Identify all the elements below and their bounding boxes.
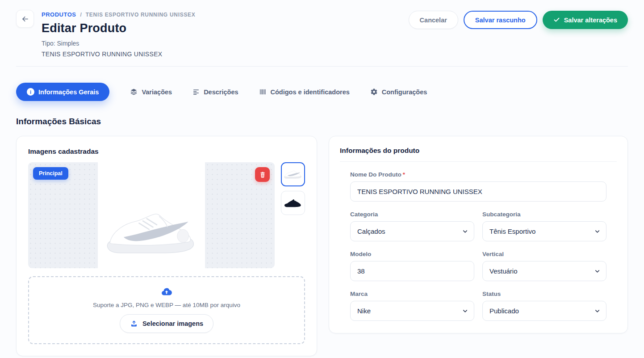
tab-label: Informações Gerais: [38, 88, 99, 96]
header-divider: [16, 66, 628, 67]
list-lines-icon: [192, 88, 200, 96]
cloud-upload-icon: [160, 286, 173, 298]
product-type-label: Tipo: Simples: [42, 40, 196, 47]
status-value: Publicado: [489, 307, 519, 315]
page-header: PRODUTOS / TENIS ESPORTIVO RUNNING UNISS…: [0, 0, 644, 58]
header-actions: Cancelar Salvar rascunho Salvar alteraçõ…: [409, 11, 628, 29]
breadcrumb-separator: /: [80, 12, 81, 18]
principal-badge: Principal: [33, 167, 68, 180]
vertical-select[interactable]: Vestuário: [482, 261, 606, 281]
main-image-preview: Principal: [28, 162, 275, 268]
upload-dropzone[interactable]: Suporte a JPG, PNG e WEBP — até 10MB por…: [28, 276, 305, 344]
subcategory-value: Tênis Esportivo: [489, 227, 535, 235]
status-label: Status: [482, 291, 606, 297]
vertical-label: Vertical: [482, 251, 606, 257]
tab-label: Configurações: [382, 88, 427, 96]
required-asterisk: *: [403, 171, 405, 178]
info-icon: i: [27, 88, 34, 96]
thumbnail-black-sneaker[interactable]: [281, 191, 305, 215]
product-name-subtitle: TENIS ESPORTIVO RUNNING UNISSEX: [42, 51, 196, 58]
tab-label: Códigos e identificadores: [271, 88, 350, 96]
category-value: Calçados: [357, 227, 385, 235]
save-changes-label: Salvar alterações: [564, 17, 617, 24]
vertical-value: Vestuário: [489, 267, 518, 275]
product-info-title: Informações do produto: [340, 147, 617, 155]
tab-variacoes[interactable]: Variações: [130, 88, 172, 96]
save-changes-button[interactable]: Salvar alterações: [543, 11, 628, 29]
model-label: Modelo: [350, 251, 474, 257]
subcategory-label: Subcategoria: [482, 211, 606, 218]
tab-bar: i Informações Gerais Variações Descriçõe…: [16, 83, 628, 101]
tab-label: Variações: [142, 88, 172, 96]
white-sneaker-image: [101, 204, 201, 262]
subcategory-select[interactable]: Tênis Esportivo: [482, 221, 606, 241]
trash-icon: [259, 171, 266, 178]
check-icon: [553, 17, 560, 23]
select-images-label: Selecionar imagens: [142, 320, 203, 327]
tab-configuracoes[interactable]: Configurações: [370, 88, 427, 96]
chevron-down-icon: [594, 307, 601, 314]
thumbnail-list: [281, 162, 305, 268]
tab-descricoes[interactable]: Descrições: [192, 88, 238, 96]
chevron-down-icon: [594, 268, 601, 274]
category-label: Categoria: [350, 211, 474, 218]
save-draft-button[interactable]: Salvar rascunho: [464, 11, 537, 29]
status-select[interactable]: Publicado: [482, 301, 606, 321]
white-sneaker-thumb-image: [283, 168, 303, 181]
delete-image-button[interactable]: [255, 167, 270, 182]
tab-informacoes-gerais[interactable]: i Informações Gerais: [16, 83, 109, 101]
images-card-title: Imagens cadastradas: [28, 147, 305, 156]
upload-hint: Suporte a JPG, PNG e WEBP — até 10MB por…: [93, 302, 240, 308]
black-sneaker-thumb-image: [283, 197, 303, 209]
breadcrumb-root[interactable]: PRODUTOS: [42, 11, 76, 18]
layers-icon: [130, 88, 138, 96]
label-text: Nome Do Produto: [350, 171, 401, 178]
product-name-input[interactable]: [350, 181, 606, 202]
page-title: Editar Produto: [42, 21, 196, 35]
product-name-label: Nome Do Produto*: [350, 171, 606, 178]
chevron-down-icon: [462, 307, 468, 314]
arrow-left-icon: [21, 15, 29, 23]
product-info-card: Informações do produto Nome Do Produto* …: [329, 136, 628, 333]
tab-codigos-identificadores[interactable]: Códigos e identificadores: [259, 88, 350, 96]
chevron-down-icon: [462, 228, 468, 235]
model-input[interactable]: [350, 261, 474, 281]
brand-label: Marca: [350, 291, 474, 297]
chevron-down-icon: [594, 228, 601, 235]
category-select[interactable]: Calçados: [350, 221, 474, 241]
thumbnail-white-sneaker[interactable]: [281, 162, 305, 186]
brand-value: Nike: [357, 307, 371, 315]
barcode-icon: [259, 88, 267, 96]
brand-select[interactable]: Nike: [350, 301, 474, 321]
gear-icon: [370, 88, 378, 96]
card-divider: [340, 161, 617, 162]
product-photo-white-sneaker: [98, 162, 205, 268]
cancel-button[interactable]: Cancelar: [409, 11, 458, 29]
breadcrumb: PRODUTOS / TENIS ESPORTIVO RUNNING UNISS…: [42, 11, 196, 18]
back-button[interactable]: [16, 10, 34, 28]
section-title: Informações Básicas: [16, 117, 628, 126]
upload-icon: [130, 320, 138, 328]
breadcrumb-current: TENIS ESPORTIVO RUNNING UNISSEX: [86, 12, 196, 18]
images-card: Imagens cadastradas Principal: [16, 136, 317, 356]
tab-label: Descrições: [204, 88, 238, 96]
select-images-button[interactable]: Selecionar imagens: [120, 314, 213, 333]
